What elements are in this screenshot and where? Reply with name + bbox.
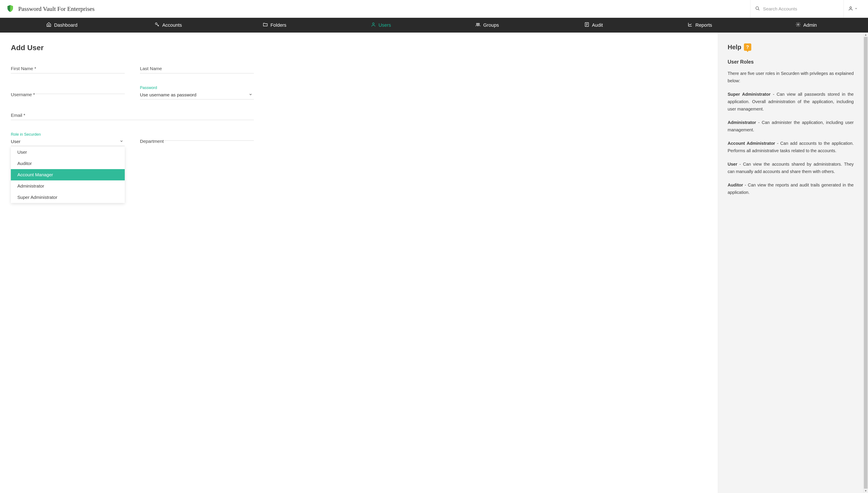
role-label: Role in Securden bbox=[11, 132, 125, 137]
password-value: Use username as password bbox=[140, 92, 196, 98]
groups-icon bbox=[475, 22, 481, 28]
svg-point-3 bbox=[155, 23, 157, 24]
username-input[interactable] bbox=[11, 86, 125, 94]
svg-line-1 bbox=[758, 9, 759, 10]
page-title: Add User bbox=[11, 43, 707, 52]
nav-label: Accounts bbox=[162, 22, 182, 28]
help-subtitle: User Roles bbox=[728, 59, 854, 65]
nav-label: Groups bbox=[483, 22, 499, 28]
nav-label: Users bbox=[379, 22, 391, 28]
password-field: Password Use username as password bbox=[140, 86, 254, 100]
key-icon bbox=[155, 22, 160, 28]
help-panel: Help ? User Roles There are five user ro… bbox=[718, 33, 863, 493]
nav-audit[interactable]: Audit bbox=[541, 18, 647, 33]
app-title: Password Vault For Enterprises bbox=[18, 5, 95, 13]
shield-logo-icon bbox=[6, 4, 14, 14]
password-label: Password bbox=[140, 86, 254, 90]
help-icon: ? bbox=[744, 43, 751, 51]
nav-label: Audit bbox=[592, 22, 603, 28]
search-wrap[interactable] bbox=[750, 0, 844, 18]
folder-icon bbox=[263, 22, 268, 28]
svg-point-6 bbox=[478, 23, 479, 24]
scroll-up-icon[interactable]: ▲ bbox=[864, 33, 868, 37]
help-role-name: Administrator bbox=[728, 120, 756, 125]
user-icon bbox=[371, 22, 376, 28]
last-name-field: Last Name bbox=[140, 65, 254, 73]
help-role-name: Super Administrator bbox=[728, 92, 771, 97]
user-icon bbox=[848, 6, 853, 12]
role-option-administrator[interactable]: Administrator bbox=[11, 180, 125, 192]
role-value: User bbox=[11, 139, 20, 144]
nav-users[interactable]: Users bbox=[327, 18, 434, 33]
nav-admin[interactable]: Admin bbox=[753, 18, 859, 33]
department-field: Department bbox=[140, 132, 254, 146]
search-input[interactable] bbox=[763, 6, 839, 12]
svg-point-2 bbox=[850, 7, 851, 8]
role-field: Role in Securden User User Auditor Accou… bbox=[11, 132, 125, 146]
nav-dashboard[interactable]: Dashboard bbox=[9, 18, 115, 33]
nav-groups[interactable]: Groups bbox=[434, 18, 541, 33]
audit-icon bbox=[584, 22, 590, 28]
nav-label: Reports bbox=[695, 22, 712, 28]
first-name-input[interactable] bbox=[11, 65, 125, 73]
nav-label: Admin bbox=[803, 22, 817, 28]
role-option-super-admin[interactable]: Super Administrator bbox=[11, 192, 125, 203]
role-option-user[interactable]: User bbox=[11, 147, 125, 158]
first-name-field: First Name * bbox=[11, 65, 125, 73]
email-input[interactable] bbox=[11, 112, 254, 120]
role-dropdown: User Auditor Account Manager Administrat… bbox=[11, 147, 125, 203]
scroll-down-icon[interactable]: ▼ bbox=[864, 489, 868, 493]
nav-reports[interactable]: Reports bbox=[647, 18, 753, 33]
last-name-input[interactable] bbox=[140, 65, 254, 73]
username-field: Username * bbox=[11, 86, 125, 100]
role-option-auditor[interactable]: Auditor bbox=[11, 158, 125, 169]
logo-wrap: Password Vault For Enterprises bbox=[6, 4, 95, 14]
topbar: Password Vault For Enterprises bbox=[0, 0, 868, 18]
nav-accounts[interactable]: Accounts bbox=[115, 18, 221, 33]
main-nav: Dashboard Accounts Folders Users Groups bbox=[0, 18, 868, 33]
help-body: There are five user roles in Securden wi… bbox=[728, 70, 854, 196]
svg-point-0 bbox=[756, 6, 759, 9]
home-icon bbox=[46, 22, 51, 28]
password-select[interactable]: Use username as password bbox=[140, 91, 254, 100]
search-icon bbox=[755, 6, 760, 12]
main-panel: Add User First Name * Last Name Username… bbox=[0, 33, 718, 493]
help-role-name: Account Administrator bbox=[728, 141, 775, 146]
svg-point-5 bbox=[476, 23, 478, 24]
scrollbar[interactable]: ▲ ▼ bbox=[863, 33, 868, 493]
department-input[interactable] bbox=[140, 132, 254, 141]
help-role-name: User bbox=[728, 162, 737, 167]
svg-point-11 bbox=[798, 24, 799, 25]
nav-label: Dashboard bbox=[54, 22, 77, 28]
chevron-down-icon bbox=[249, 92, 253, 97]
help-intro: There are five user roles in Securden wi… bbox=[728, 70, 854, 84]
gear-icon bbox=[796, 22, 801, 28]
nav-label: Folders bbox=[271, 22, 287, 28]
help-role-name: Auditor bbox=[728, 183, 743, 187]
profile-menu[interactable] bbox=[844, 0, 862, 18]
nav-folders[interactable]: Folders bbox=[221, 18, 327, 33]
help-title: Help bbox=[728, 44, 741, 51]
role-select[interactable]: User bbox=[11, 138, 125, 146]
help-role-desc: - Can view the accounts shared by admini… bbox=[728, 162, 854, 174]
chevron-down-icon bbox=[854, 7, 858, 11]
email-field: Email * bbox=[11, 112, 254, 120]
svg-point-4 bbox=[372, 23, 374, 24]
help-role-desc: - Can view the reports and audit trails … bbox=[728, 183, 854, 195]
chart-icon bbox=[687, 22, 693, 28]
scrollbar-thumb[interactable] bbox=[864, 37, 868, 489]
role-option-account-manager[interactable]: Account Manager bbox=[11, 169, 125, 180]
chevron-down-icon bbox=[119, 139, 123, 144]
